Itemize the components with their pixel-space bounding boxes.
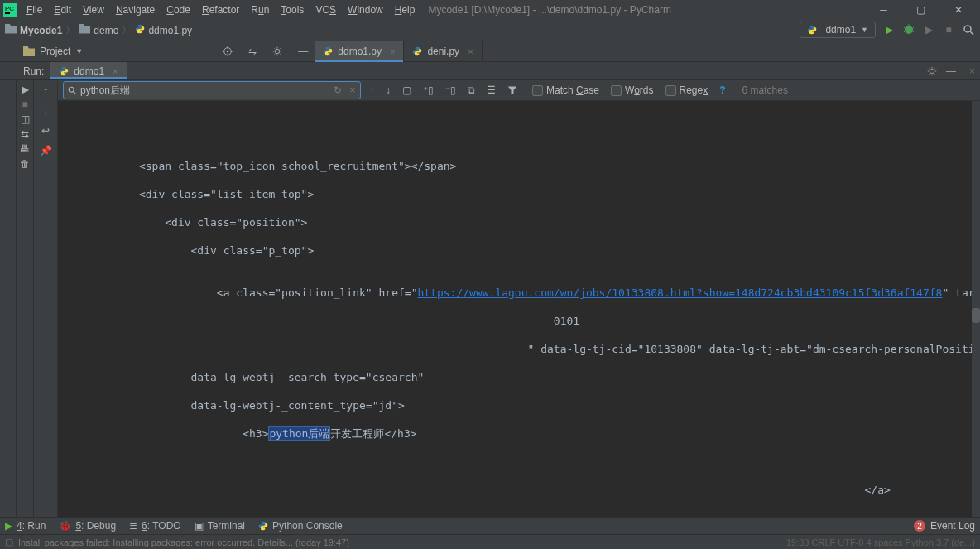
- editor-body[interactable]: <span class="top_icon school_recruitment…: [58, 101, 980, 517]
- match-count: 6 matches: [742, 84, 788, 96]
- menu-help[interactable]: Help: [390, 2, 420, 17]
- menu-edit[interactable]: Edit: [49, 2, 76, 17]
- gear-icon[interactable]: [926, 65, 938, 77]
- clear-input-icon[interactable]: ×: [345, 84, 360, 96]
- code-line: 0101: [58, 314, 980, 328]
- scroll-up-icon[interactable]: ↑: [40, 85, 51, 97]
- hide-tool-icon[interactable]: —: [946, 65, 956, 77]
- run-button-icon[interactable]: ▶: [882, 23, 896, 36]
- select-all-occurrences-icon[interactable]: ▢: [402, 84, 411, 96]
- run-config-selector[interactable]: ddmo1 ▼: [800, 22, 876, 38]
- next-occurrence-icon[interactable]: ↓: [386, 84, 391, 96]
- python-file-icon: [807, 25, 817, 35]
- find-input[interactable]: [80, 82, 330, 99]
- settings-icon[interactable]: ☰: [487, 84, 496, 96]
- stop-icon[interactable]: ■: [19, 99, 31, 110]
- close-window-button[interactable]: ✕: [939, 0, 977, 19]
- breadcrumb-root[interactable]: Mycode1: [5, 24, 62, 36]
- scroll-down-icon[interactable]: ↓: [40, 105, 51, 117]
- project-folder-icon: [23, 46, 35, 56]
- code-line: <div class="position">: [58, 215, 980, 229]
- scrollbar[interactable]: [972, 101, 980, 517]
- python-file-icon: [323, 46, 333, 56]
- main-menu: FFileile Edit View Navigate Code Refacto…: [22, 2, 420, 17]
- rerun-icon[interactable]: ▶: [19, 84, 31, 95]
- menu-vcs[interactable]: VCS: [310, 2, 341, 17]
- stop-button-icon[interactable]: ■: [942, 23, 955, 36]
- close-panel-icon[interactable]: ×: [969, 65, 975, 77]
- code-line: <h3>python后端开发工程师</h3>: [58, 426, 980, 441]
- layout-icon[interactable]: ◫: [19, 113, 31, 125]
- project-tool-actions: ⇋ —: [222, 46, 308, 57]
- hide-tool-icon[interactable]: —: [298, 46, 308, 57]
- event-badge: 2: [914, 520, 925, 532]
- words-checkbox[interactable]: Words: [611, 84, 653, 96]
- minimize-button[interactable]: ─: [865, 0, 902, 19]
- code-line: <a class="position_link" href="https://w…: [58, 286, 980, 300]
- tool-todo[interactable]: ≣6: TODO: [129, 520, 181, 532]
- code-line: </a>: [58, 483, 980, 497]
- menu-navigate[interactable]: Navigate: [111, 2, 160, 17]
- maximize-button[interactable]: ▢: [902, 0, 939, 19]
- trash-icon[interactable]: 🗑: [19, 158, 31, 170]
- svg-point-9: [930, 69, 934, 73]
- editor-tab[interactable]: deni.py ×: [404, 41, 482, 61]
- tool-debug[interactable]: 🐞5: Debug: [59, 520, 116, 532]
- python-file-icon: [59, 66, 69, 76]
- project-tool-tab[interactable]: Project ▼: [17, 41, 89, 61]
- menu-refactor[interactable]: Refactor: [197, 2, 244, 17]
- soft-wrap-icon[interactable]: ↩: [40, 125, 51, 137]
- pin-icon[interactable]: 📌: [40, 145, 51, 157]
- menu-window[interactable]: Window: [343, 2, 388, 17]
- navigation-bar: Mycode1 〉 demo 〉 ddmo1.py ddmo1 ▼ ▶ ▶ ■: [0, 19, 980, 41]
- search-icon: [64, 85, 80, 95]
- code-line: data-lg-webtj-_search_type="csearch": [58, 370, 980, 384]
- regex-checkbox[interactable]: Regex: [665, 84, 709, 96]
- left-tool-rail: 1: Project 7: Structure 2: Favorites: [0, 80, 17, 517]
- print-icon[interactable]: 🖶: [19, 143, 31, 155]
- menu-run[interactable]: Run: [246, 2, 274, 17]
- select-all-icon[interactable]: ⧉: [468, 84, 475, 96]
- menu-view[interactable]: View: [78, 2, 109, 17]
- step-icon[interactable]: ⇆: [19, 128, 31, 140]
- breadcrumb-folder[interactable]: demo: [79, 24, 118, 36]
- search-everywhere-icon[interactable]: [962, 23, 975, 36]
- history-dropdown-icon[interactable]: ↻: [330, 84, 345, 96]
- prev-occurrence-icon[interactable]: ↑: [369, 84, 374, 96]
- scrollbar-thumb[interactable]: [972, 308, 980, 323]
- tool-terminal[interactable]: ▣Terminal: [195, 520, 245, 532]
- editor-tab-active[interactable]: ddmo1.py ×: [315, 41, 404, 61]
- code-line: <span class="top_icon school_recruitment…: [58, 159, 980, 173]
- match-case-checkbox[interactable]: Match Case: [532, 84, 599, 96]
- menu-code[interactable]: Code: [161, 2, 195, 17]
- run-tool-tab[interactable]: ddmo1 ×: [50, 62, 126, 79]
- bottom-tool-bar: ▶4: Run 🐞5: Debug ≣6: TODO ▣Terminal Pyt…: [0, 517, 980, 534]
- collapse-all-icon[interactable]: ⇋: [248, 46, 257, 57]
- code-line: data-lg-webtj-_content_type="jd">: [58, 398, 980, 412]
- close-tab-icon[interactable]: ×: [390, 46, 395, 56]
- svg-text:PC: PC: [5, 5, 14, 12]
- menu-tools[interactable]: Tools: [276, 2, 309, 17]
- pycharm-logo-icon: PC: [3, 3, 17, 17]
- svg-line-11: [74, 92, 76, 94]
- breadcrumb-file[interactable]: ddmo1.py: [135, 24, 192, 36]
- code-line: <span class=: [58, 455, 980, 469]
- locate-icon[interactable]: [222, 46, 233, 57]
- tool-python-console[interactable]: Python Console: [258, 520, 343, 532]
- filter-icon[interactable]: [507, 85, 517, 95]
- search-highlight: python后端: [268, 426, 330, 441]
- help-icon[interactable]: ?: [719, 84, 725, 96]
- debug-button-icon[interactable]: [902, 23, 915, 36]
- code-line: <div class="list_item_top">: [58, 187, 980, 201]
- gear-icon[interactable]: [271, 46, 283, 57]
- remove-selection-icon[interactable]: ⁻▯: [445, 84, 456, 96]
- event-log[interactable]: 2 Event Log: [914, 520, 975, 532]
- menu-file[interactable]: FFileile: [22, 2, 47, 17]
- close-tab-icon[interactable]: ×: [468, 46, 473, 56]
- tool-run[interactable]: ▶4: Run: [5, 520, 46, 532]
- code-line: <div class="p_top">: [58, 243, 980, 258]
- output-gutter-actions: ↑ ↓ ↩ 📌: [34, 80, 58, 517]
- add-selection-icon[interactable]: ⁺▯: [423, 84, 434, 96]
- close-run-tab-icon[interactable]: ×: [113, 66, 118, 76]
- status-indicators: 19:33 CRLF UTF-8 4 spaces Python 3.7 (de…: [786, 537, 975, 547]
